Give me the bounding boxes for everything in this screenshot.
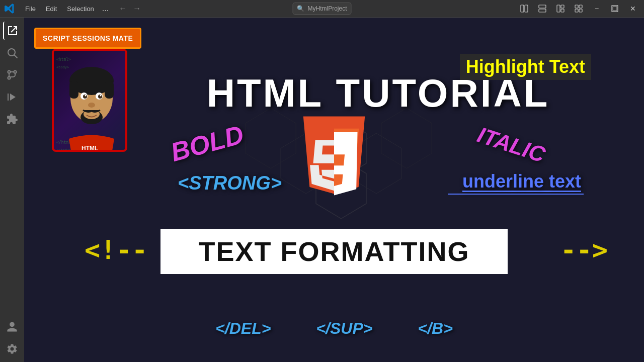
activity-icon-explorer[interactable] [3, 22, 21, 40]
titlebar: File Edit Selection ... ← → 🔍 MyHtmlProj… [0, 0, 644, 18]
text-formatting-banner: TEXT FORMATTING [160, 229, 508, 274]
activity-icon-settings[interactable] [3, 340, 21, 358]
channel-avatar: <html> <body> </html> </body> [52, 49, 127, 152]
tag-sup: </SUP> [316, 319, 372, 338]
layout-icon-2[interactable] [535, 2, 549, 16]
svg-rect-31 [69, 81, 78, 99]
close-button[interactable]: ✕ [626, 2, 640, 16]
activity-icon-run[interactable] [3, 88, 21, 106]
search-icon: 🔍 [297, 5, 304, 12]
svg-marker-23 [246, 108, 296, 168]
svg-rect-0 [521, 5, 524, 12]
svg-rect-5 [561, 5, 564, 8]
activity-icon-account[interactable] [3, 318, 21, 336]
layout-icon-4[interactable] [572, 2, 586, 16]
menu-bar: File Edit Selection ... [21, 4, 111, 14]
right-arrow-label: --> [560, 235, 608, 265]
menu-file[interactable]: File [21, 4, 40, 14]
layout-icon-3[interactable] [553, 2, 568, 16]
search-text: MyHtmlProject [307, 5, 347, 12]
maximize-button[interactable] [608, 2, 622, 16]
svg-rect-9 [575, 9, 578, 12]
text-formatting-label: TEXT FORMATTING [199, 236, 470, 266]
window-controls: − ✕ [517, 2, 640, 16]
menu-selection[interactable]: Selection [63, 4, 98, 14]
tag-b: </B> [418, 319, 452, 338]
menu-edit[interactable]: Edit [42, 4, 61, 14]
vscode-logo-icon [4, 3, 15, 14]
navigation-controls: ← → [117, 3, 143, 15]
svg-point-17 [8, 71, 11, 73]
svg-rect-3 [539, 9, 546, 12]
nav-forward-button[interactable]: → [131, 3, 143, 15]
nav-back-button[interactable]: ← [117, 3, 129, 15]
activity-bar [0, 18, 24, 362]
svg-point-16 [14, 71, 17, 73]
svg-point-15 [8, 77, 11, 79]
svg-rect-12 [613, 7, 617, 11]
svg-rect-2 [539, 5, 546, 8]
svg-rect-1 [525, 5, 528, 12]
svg-marker-24 [381, 108, 432, 168]
content-area: SCRIPT SESSIONS MATE <html> <body> </htm… [24, 18, 644, 362]
highlight-text-label: Highlight Text [460, 54, 591, 80]
svg-rect-7 [575, 5, 578, 8]
underline-text-label: UNDERLINE TEXT [462, 171, 581, 192]
svg-rect-6 [561, 9, 564, 12]
svg-rect-18 [8, 94, 9, 101]
left-arrow-label: <!-- [85, 235, 147, 265]
html5-logo-icon [295, 116, 373, 204]
menu-more[interactable]: ... [100, 4, 111, 14]
activity-icon-extensions[interactable] [3, 110, 21, 128]
search-bar[interactable]: 🔍 MyHtmlProject [292, 3, 351, 15]
channel-avatar-area: SCRIPT SESSIONS MATE [34, 28, 141, 49]
svg-text:HTML: HTML [82, 145, 98, 152]
svg-text:</body>: </body> [56, 148, 71, 152]
main-layout: SCRIPT SESSIONS MATE <html> <body> </htm… [0, 18, 644, 362]
svg-rect-32 [105, 81, 114, 99]
svg-line-14 [15, 55, 18, 58]
strong-text-label: <STRONG> [178, 172, 282, 194]
bottom-tags: </DEL> </SUP> </B> [215, 319, 453, 338]
svg-text:<html>: <html> [56, 57, 71, 62]
tag-del: </DEL> [215, 319, 271, 338]
svg-text:<body>: <body> [56, 65, 69, 69]
layout-icon-1[interactable] [517, 2, 531, 16]
svg-point-39 [85, 95, 87, 97]
svg-rect-10 [579, 9, 582, 12]
avatar-illustration-icon: <html> <body> </html> </body> [54, 51, 127, 152]
activity-icon-search[interactable] [3, 44, 21, 62]
channel-badge: SCRIPT SESSIONS MATE [34, 28, 141, 49]
thumbnail-background: SCRIPT SESSIONS MATE <html> <body> </htm… [24, 18, 644, 362]
svg-point-40 [100, 95, 102, 97]
activity-icon-source-control[interactable] [3, 66, 21, 84]
svg-rect-8 [579, 5, 582, 8]
svg-rect-4 [557, 5, 560, 12]
svg-point-41 [88, 103, 95, 108]
minimize-button[interactable]: − [590, 2, 604, 16]
